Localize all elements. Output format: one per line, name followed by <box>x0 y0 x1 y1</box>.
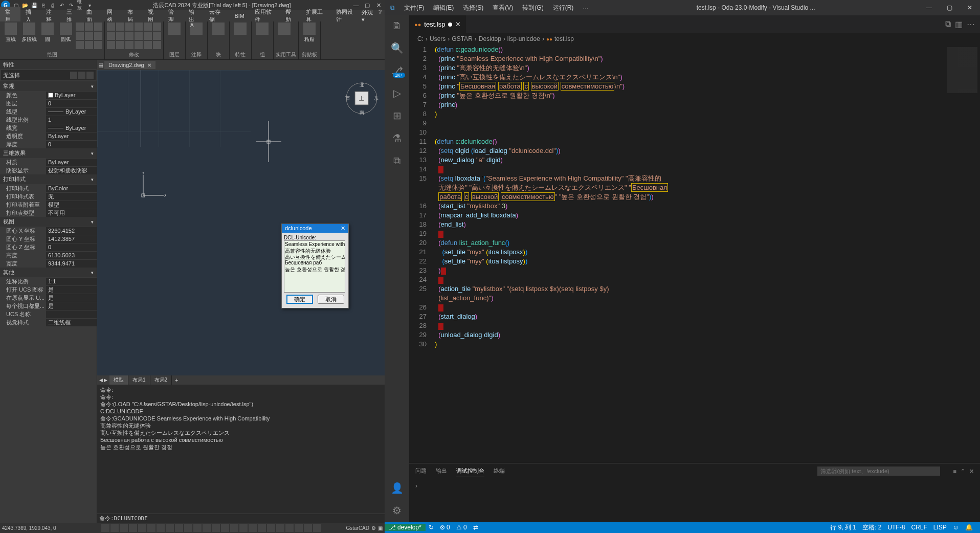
status-icon[interactable]: ⚙ <box>371 525 376 531</box>
status-toggle-icon[interactable] <box>120 524 128 532</box>
appearance-dropdown[interactable]: 外观 ▾ <box>362 9 375 23</box>
listbox-item[interactable]: Seamless Experience with <box>285 241 344 248</box>
dialog-listbox[interactable]: Seamless Experience with高兼容性的无缝体验高い互換性を備… <box>284 240 345 293</box>
code-line[interactable]: (mapcar 'add_list lboxdata) <box>435 211 944 220</box>
tool-icon[interactable] <box>153 41 161 49</box>
tab-prev-icon[interactable]: ◀ <box>99 377 103 383</box>
panel-close-icon[interactable]: ✕ <box>969 468 974 475</box>
line-tool[interactable]: 直线 <box>2 23 19 43</box>
code-line[interactable]: (unload_dialog dlgid) <box>435 330 944 340</box>
property-row[interactable]: 视觉样式二维线框 <box>0 318 97 326</box>
menu-item[interactable]: 查看(V) <box>488 2 517 14</box>
compare-icon[interactable]: ⧉ <box>945 19 951 29</box>
breadcrumb-item[interactable]: GSTAR <box>452 35 472 42</box>
extensions-icon[interactable]: ⊞ <box>391 109 403 122</box>
property-row[interactable]: 在原点显示 U...是 <box>0 294 97 302</box>
explorer-icon[interactable]: 🗎 <box>391 19 403 32</box>
property-row[interactable]: 透明度ByLayer <box>0 132 97 140</box>
breadcrumb-item[interactable]: C: <box>417 35 424 42</box>
drawing-canvas[interactable]: 上 北 南 东 西 X Y dclu <box>97 70 385 375</box>
code-line[interactable]: 无缝体验" "高い互換性を備えたシームレスなエクスペリエンス" "Бесшовн… <box>435 183 944 192</box>
code-line[interactable]: (princ "高い互換性を備えたシームレスなエクスペリエンス\n") <box>435 73 944 82</box>
warnings-button[interactable]: ⚠ 0 <box>453 524 470 531</box>
status-toggle-icon[interactable] <box>276 524 284 532</box>
cursor-position[interactable]: 行 9, 列 1 <box>827 523 859 532</box>
code-line[interactable]: работа с высокой совместимостью" "높은 호환성… <box>435 192 944 202</box>
code-line[interactable]: (defun c:gcadunicode() <box>435 45 944 54</box>
property-row[interactable]: 图层0 <box>0 99 97 107</box>
tool-icon[interactable] <box>135 41 143 49</box>
code-line[interactable] <box>435 119 944 128</box>
code-line[interactable]: (princ) <box>435 100 944 109</box>
panel-tab[interactable]: 终端 <box>494 465 505 477</box>
status-icon[interactable]: ▣ <box>378 525 383 531</box>
menu-item[interactable]: 运行(R) <box>549 2 578 14</box>
tool-icon[interactable] <box>94 23 102 31</box>
status-toggle-icon[interactable] <box>193 524 202 532</box>
ribbon-tab[interactable]: BIM <box>229 11 250 20</box>
errors-button[interactable]: ⊗ 0 <box>437 524 453 531</box>
sync-button[interactable]: ↻ <box>426 524 437 531</box>
property-row[interactable]: 线型比例1 <box>0 116 97 124</box>
selection-dropdown[interactable]: 无选择 <box>3 72 70 79</box>
code-line[interactable]: (list_action_func)") <box>435 294 944 303</box>
settings-gear-icon[interactable]: ⚙ <box>391 504 403 517</box>
listbox-item[interactable]: 높은 호환성으로 원활한 경험 <box>285 266 344 272</box>
code-line[interactable] <box>435 229 944 238</box>
command-history[interactable]: 命令:命令:命令:(LOAD "C:/Users/GSTAR/Desktop/l… <box>97 385 385 514</box>
menu-item[interactable]: 编辑(E) <box>429 2 458 14</box>
tool-icon[interactable] <box>94 41 102 49</box>
source-control-icon[interactable]: ⎇1K+ <box>391 64 403 77</box>
cancel-button[interactable]: 取消 <box>318 295 344 304</box>
property-row[interactable]: 打印表附着至模型 <box>0 201 97 209</box>
notifications-icon[interactable]: 🔔 <box>962 523 976 532</box>
tool-icon[interactable] <box>135 32 143 40</box>
breadcrumb-item[interactable]: lisp-unicdoe <box>507 35 540 42</box>
tool-icon[interactable] <box>144 32 152 40</box>
search-icon[interactable]: 🔍 <box>391 42 403 54</box>
tool-icon[interactable] <box>85 23 93 31</box>
ports-button[interactable]: ⇄ <box>470 524 481 531</box>
panel-maximize-icon[interactable]: ⌃ <box>961 468 965 475</box>
status-toggle-icon[interactable] <box>212 524 220 532</box>
close-button[interactable]: ✕ <box>373 2 384 9</box>
property-row[interactable]: 阴影显示投射和接收阴影 <box>0 166 97 174</box>
group-tool[interactable] <box>254 23 271 36</box>
property-row[interactable]: 厚度0 <box>0 140 97 148</box>
property-row[interactable]: 线型ByLayer <box>0 107 97 116</box>
status-toggle-icon[interactable] <box>110 524 119 532</box>
close-tab-icon[interactable]: ✕ <box>455 20 461 28</box>
utils-tool[interactable] <box>276 23 293 36</box>
code-line[interactable] <box>435 303 944 312</box>
account-icon[interactable]: 👤 <box>391 482 403 494</box>
status-toggle-icon[interactable] <box>221 524 229 532</box>
code-line[interactable]: (start_list "mylistbox" 3) <box>435 202 944 211</box>
status-toggle-icon[interactable] <box>249 524 257 532</box>
property-row[interactable]: 打开 UCS 图标是 <box>0 285 97 294</box>
doc-tab-menu-icon[interactable]: ▤ <box>97 62 104 69</box>
property-row[interactable]: 高度6130.5023 <box>0 251 97 259</box>
tool-icon[interactable] <box>107 41 115 49</box>
tool-icon[interactable] <box>125 23 133 31</box>
filter-menu-icon[interactable]: ≡ <box>953 468 956 475</box>
maximize-button[interactable]: ▢ <box>939 4 960 11</box>
status-toggle-icon[interactable] <box>101 524 109 532</box>
tool-icon[interactable] <box>116 41 124 49</box>
property-row[interactable]: 注释比例1:1 <box>0 277 97 285</box>
code-line[interactable]: ) <box>435 109 944 119</box>
tool-icon[interactable] <box>153 32 161 40</box>
language-mode[interactable]: LISP <box>930 523 950 532</box>
menu-item[interactable]: 文件(F) <box>400 2 428 14</box>
tool-icon[interactable] <box>76 32 84 40</box>
status-toggle-icon[interactable] <box>230 524 238 532</box>
code-line[interactable]: (setq dlgid (load_dialog "dclunicode.dcl… <box>435 146 944 156</box>
status-toggle-icon[interactable] <box>285 524 294 532</box>
menu-item[interactable]: … <box>578 2 593 14</box>
property-section-header[interactable]: 三维效果 <box>0 148 97 158</box>
code-line[interactable]: (end_list) <box>435 220 944 229</box>
tool-icon[interactable] <box>125 41 133 49</box>
status-toggle-icon[interactable] <box>175 524 183 532</box>
tab-next-icon[interactable]: ▶ <box>104 377 107 383</box>
document-tab[interactable]: Drawing2.dwg ✕ <box>104 61 155 69</box>
property-row[interactable]: 圆心 X 坐标3260.4152 <box>0 227 97 235</box>
